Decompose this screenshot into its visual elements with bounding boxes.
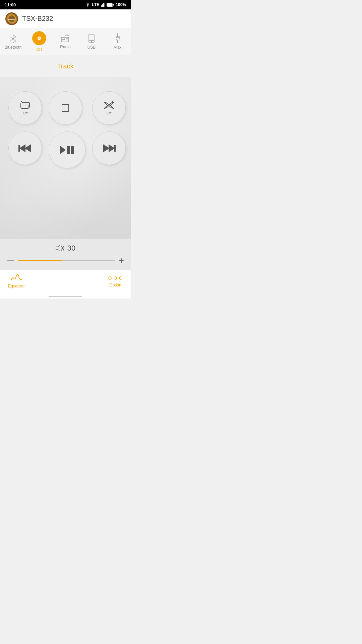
svg-line-12 <box>10 39 13 41</box>
stop-button[interactable] <box>49 91 82 125</box>
home-bar <box>49 296 82 297</box>
volume-value: 30 <box>67 244 75 253</box>
tab-bar: Bluetooth CD Radio <box>0 28 131 55</box>
controls-section: Off Off <box>0 78 131 239</box>
svg-point-42 <box>109 277 111 279</box>
shuffle-button[interactable]: Off <box>92 91 126 125</box>
tab-bluetooth-label: Bluetooth <box>5 45 22 50</box>
svg-marker-32 <box>60 146 66 154</box>
shuffle-label: Off <box>107 111 111 115</box>
svg-text:YAMAHA: YAMAHA <box>8 18 16 20</box>
option-label: Option <box>109 283 121 287</box>
tab-radio-label: Radio <box>60 45 70 49</box>
app-header: YAMAHA TSX-B232 <box>0 9 131 28</box>
repeat-button[interactable]: Off <box>8 91 42 125</box>
device-name: TSX-B232 <box>22 15 53 22</box>
svg-marker-38 <box>56 245 60 251</box>
tab-bluetooth[interactable]: Bluetooth <box>0 28 26 55</box>
repeat-label: Off <box>23 111 27 115</box>
volume-decrease-button[interactable]: — <box>7 257 14 264</box>
tab-aux-label: AUX <box>114 45 122 50</box>
mute-icon[interactable] <box>55 245 64 252</box>
svg-marker-36 <box>109 145 114 152</box>
battery-icon <box>107 3 114 7</box>
option-button[interactable]: Option <box>108 275 123 287</box>
tab-aux[interactable]: AUX <box>105 28 131 55</box>
equalizer-label: Equalizer <box>8 284 25 288</box>
svg-marker-30 <box>25 145 31 152</box>
next-button[interactable] <box>92 131 126 165</box>
svg-rect-4 <box>104 3 105 7</box>
svg-point-18 <box>66 38 68 40</box>
track-section: Track <box>0 55 131 78</box>
svg-rect-7 <box>107 3 113 6</box>
prev-button[interactable] <box>8 131 42 165</box>
svg-rect-37 <box>114 145 116 152</box>
svg-rect-34 <box>71 146 74 154</box>
bottom-bar: Equalizer Option <box>0 270 131 294</box>
status-bar: 11:00 LTE 100% <box>0 0 131 9</box>
aux-icon <box>115 33 120 43</box>
svg-rect-3 <box>103 3 104 7</box>
svg-rect-33 <box>67 146 70 154</box>
status-right: LTE 100% <box>85 2 126 7</box>
signal-bars-icon <box>101 3 105 7</box>
svg-rect-2 <box>102 4 103 7</box>
usb-icon <box>87 34 96 43</box>
svg-rect-20 <box>89 34 94 40</box>
play-pause-button[interactable] <box>49 131 85 168</box>
controls-grid: Off Off <box>8 91 122 168</box>
tab-usb-label: USB <box>87 45 96 50</box>
volume-slider-fill <box>18 260 62 261</box>
tab-radio[interactable]: Radio <box>52 28 78 55</box>
track-label: Track <box>57 62 73 70</box>
svg-point-0 <box>87 6 88 7</box>
tab-cd[interactable]: CD <box>26 28 52 55</box>
volume-slider-row: — + <box>7 256 124 265</box>
tab-usb[interactable]: USB <box>78 28 105 55</box>
tab-cd-label: CD <box>36 47 42 52</box>
signal-label: LTE <box>92 2 100 7</box>
svg-point-44 <box>119 277 122 279</box>
bluetooth-icon <box>9 34 17 43</box>
svg-rect-31 <box>18 145 20 152</box>
volume-slider[interactable] <box>18 260 115 261</box>
equalizer-button[interactable]: Equalizer <box>8 274 25 288</box>
svg-marker-29 <box>20 145 25 152</box>
wifi-icon <box>85 3 90 7</box>
svg-point-15 <box>39 38 40 39</box>
svg-point-43 <box>114 277 117 279</box>
status-time: 11:00 <box>5 2 16 7</box>
svg-line-11 <box>10 37 13 39</box>
cd-icon-wrapper <box>32 31 46 45</box>
yamaha-logo-icon: YAMAHA <box>6 13 17 24</box>
battery-percent: 100% <box>116 2 126 7</box>
svg-rect-6 <box>113 4 114 6</box>
volume-increase-button[interactable]: + <box>119 256 124 265</box>
home-indicator <box>0 294 131 299</box>
svg-rect-28 <box>62 105 69 111</box>
radio-icon <box>61 34 70 43</box>
app-logo: YAMAHA <box>5 12 18 25</box>
svg-rect-1 <box>101 5 102 7</box>
volume-display: 30 <box>7 244 124 253</box>
svg-marker-35 <box>104 145 109 152</box>
volume-section: 30 — + <box>0 239 131 270</box>
